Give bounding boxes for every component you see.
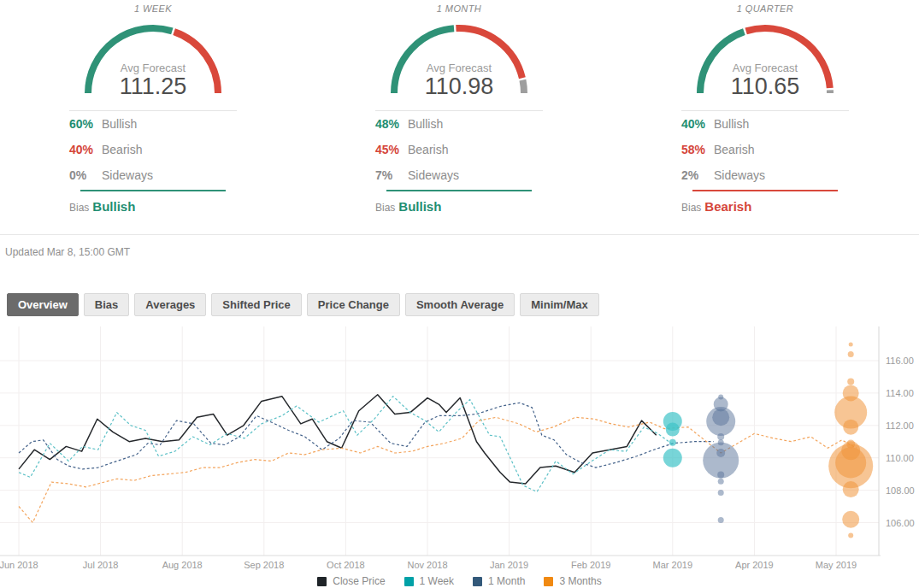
one-month-forecast-bubble	[717, 472, 724, 479]
x-axis-label: Jun 2018	[0, 560, 38, 570]
sentiment-row: 60% Bullish	[69, 111, 237, 137]
y-axis-label: 116.00	[886, 356, 914, 366]
sentiment-pct: 7%	[375, 168, 408, 182]
legend-item-1-week[interactable]: 1 Week	[404, 575, 454, 587]
x-axis-label: Nov 2018	[407, 560, 447, 570]
forecast-chart[interactable]: 116.00114.00112.00110.00108.00106.00Jun …	[0, 326, 919, 574]
legend-swatch	[404, 577, 414, 586]
legend-swatch	[473, 577, 482, 586]
gauge-title: 1 MONTH	[437, 3, 481, 14]
chart-legend: Close Price 1 Week 1 Month 3 Months	[0, 575, 919, 587]
bias-value: Bullish	[398, 199, 441, 214]
avg-forecast-label: Avg Forecast	[733, 62, 798, 74]
tab-shifted-price[interactable]: Shifted Price	[211, 293, 301, 316]
one-month-forecast-bubble	[717, 433, 724, 440]
series-one-week	[19, 397, 671, 492]
legend-item-1-month[interactable]: 1 Month	[473, 575, 525, 587]
one-week-forecast-bubble	[666, 423, 680, 437]
tab-smooth-average[interactable]: Smooth Average	[405, 293, 515, 316]
sentiment-row: 7% Sideways	[375, 162, 543, 188]
sentiment-pct: 60%	[69, 117, 102, 131]
bias-underline	[386, 190, 532, 191]
x-axis-label: Oct 2018	[327, 560, 365, 570]
x-axis-label: Sep 2018	[244, 560, 284, 570]
x-axis-label: Jul 2018	[83, 560, 119, 570]
three-months-forecast-bubble	[842, 511, 859, 528]
sentiment-label: Sideways	[102, 168, 153, 182]
series-one-month	[19, 403, 714, 469]
sentiment-row: 40% Bearish	[69, 137, 237, 162]
sentiment-pct: 2%	[681, 168, 714, 182]
bias-label: Bias	[681, 202, 701, 214]
sentiment-pct: 58%	[681, 143, 714, 156]
three-months-forecast-bubble	[848, 533, 853, 538]
avg-forecast-value: 110.98	[425, 74, 494, 98]
tab-bias[interactable]: Bias	[84, 293, 129, 316]
tab-minim-max[interactable]: Minim/Max	[520, 293, 598, 316]
legend-label: 1 Month	[488, 575, 525, 587]
three-months-forecast-bubble	[847, 379, 854, 385]
x-axis-label: Jan 2019	[490, 560, 528, 570]
one-month-forecast-bubble	[718, 517, 724, 523]
tab-averages[interactable]: Averages	[134, 293, 206, 316]
sentiment-label: Bearish	[102, 143, 142, 156]
legend-label: 1 Week	[420, 575, 454, 587]
x-axis-label: Aug 2018	[162, 560, 203, 570]
y-axis-label: 112.00	[886, 420, 914, 431]
sentiment-label: Bullish	[714, 117, 749, 131]
y-axis-label: 110.00	[886, 453, 914, 463]
sentiment-label: Bearish	[408, 143, 448, 156]
three-months-forecast-bubble	[849, 343, 853, 347]
sentiment-row: 58% Bearish	[681, 137, 849, 162]
bias-label: Bias	[69, 202, 89, 214]
sentiment-pct: 0%	[69, 168, 102, 182]
sentiment-label: Sideways	[408, 168, 459, 182]
y-axis-label: 114.00	[886, 388, 914, 398]
sentiment-row: 48% Bullish	[375, 111, 543, 137]
sentiment-row: 0% Sideways	[69, 162, 237, 188]
legend-item-3-months[interactable]: 3 Months	[544, 575, 601, 587]
one-month-forecast-bubble	[712, 409, 729, 426]
y-axis-label: 108.00	[886, 485, 915, 496]
gauge-card-1-quarter: 1 QUARTER Avg Forecast 110.65 40% Bullis…	[612, 2, 918, 214]
gauge-1-week: Avg Forecast 111.25	[70, 16, 236, 98]
sentiment-label: Bearish	[714, 143, 754, 156]
tab-overview[interactable]: Overview	[7, 293, 79, 316]
legend-swatch	[544, 577, 553, 586]
three-months-forecast-bubble	[848, 351, 854, 357]
gauge-1-month: Avg Forecast 110.98	[376, 16, 542, 98]
forecast-gauges-section: 1 WEEK Avg Forecast 111.25 60% Bullish 4…	[0, 0, 919, 214]
section-divider	[0, 234, 919, 235]
legend-item-close-price[interactable]: Close Price	[317, 575, 385, 587]
sentiment-pct: 45%	[375, 143, 408, 156]
bias-label: Bias	[375, 202, 395, 214]
legend-label: 3 Months	[559, 575, 601, 587]
sentiment-label: Bullish	[102, 117, 137, 131]
legend-label: Close Price	[333, 575, 385, 587]
x-axis-label: Feb 2019	[571, 560, 610, 570]
series-close-price	[19, 395, 657, 484]
x-axis-label: Apr 2019	[735, 560, 774, 570]
updated-timestamp: Updated Mar 8, 15:00 GMT	[5, 246, 919, 258]
three-months-forecast-bubble	[843, 420, 858, 435]
gauge-1-quarter: Avg Forecast 110.65	[682, 16, 848, 98]
gauge-card-1-month: 1 MONTH Avg Forecast 110.98 48% Bullish …	[306, 2, 612, 214]
bias-value: Bearish	[704, 199, 751, 214]
sentiment-pct: 48%	[375, 117, 408, 131]
tab-price-change[interactable]: Price Change	[307, 293, 400, 316]
x-axis-label: Mar 2019	[653, 560, 692, 570]
sentiment-pct: 40%	[681, 117, 714, 131]
bias-underline	[692, 190, 838, 191]
chart-tabs-bar: Overview Bias Averages Shifted Price Pri…	[7, 293, 919, 316]
gauge-card-1-week: 1 WEEK Avg Forecast 111.25 60% Bullish 4…	[0, 2, 306, 214]
three-months-forecast-bubble	[843, 481, 859, 497]
y-axis-label: 106.00	[886, 518, 915, 528]
one-week-forecast-bubble	[669, 439, 676, 446]
forecast-chart-block: 116.00114.00112.00110.00108.00106.00Jun …	[0, 326, 919, 587]
avg-forecast-label: Avg Forecast	[427, 62, 492, 74]
sentiment-label: Sideways	[714, 168, 765, 182]
sentiment-label: Bullish	[408, 117, 443, 131]
legend-swatch	[317, 577, 327, 586]
gauge-title: 1 WEEK	[134, 3, 172, 14]
gauge-title: 1 QUARTER	[737, 3, 793, 14]
